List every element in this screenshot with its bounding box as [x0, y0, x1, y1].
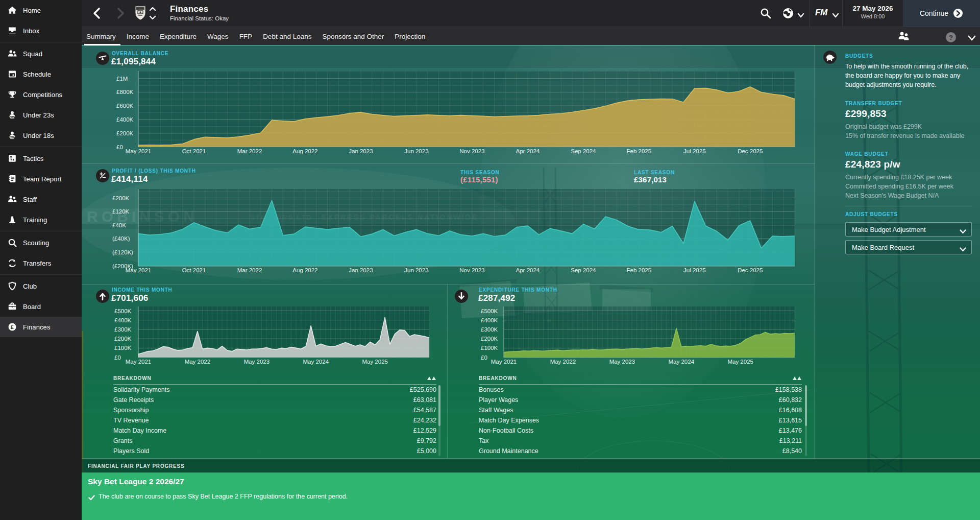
sidebar-item-finances[interactable]: £Finances: [0, 317, 82, 337]
x-tick-label: Oct 2021: [182, 148, 206, 154]
scouting-icon: [7, 238, 17, 248]
x-tick-label: Jan 2023: [349, 148, 373, 154]
x-tick-label: Aug 2022: [292, 148, 317, 154]
board-request-dropdown[interactable]: Make Board Request: [845, 240, 972, 254]
finances-icon: £: [7, 322, 17, 332]
sidebar-item-transfers[interactable]: Transfers: [0, 253, 82, 273]
sidebar-item-label: Home: [23, 7, 41, 14]
this-season-label: THIS SEASON: [460, 170, 500, 175]
search-icon[interactable]: [760, 7, 772, 21]
income-row[interactable]: Solidarity Payments£525,690: [113, 385, 436, 395]
transfer-budget-label: TRANSFER BUDGET: [845, 101, 972, 106]
tab-ffp[interactable]: FFP: [237, 27, 261, 45]
income-scrollbar[interactable]: [438, 385, 440, 456]
sidebar-item-under-23s[interactable]: U23Under 23s: [0, 105, 82, 125]
sidebar-item-competitions[interactable]: Competitions: [0, 84, 82, 105]
sidebar-item-label: Team Report: [23, 175, 62, 183]
expenditure-sort-icon[interactable]: [793, 376, 802, 380]
y-tick-label: £100K: [481, 345, 498, 351]
sidebar-item-scouting[interactable]: Scouting: [0, 232, 82, 253]
x-tick-label: Jan 2023: [349, 267, 373, 273]
income-row[interactable]: TV Revenue£24,232: [113, 415, 436, 426]
breakdown-item: Solidarity Payments: [113, 386, 169, 393]
y-tick-label: £600K: [116, 103, 134, 109]
y-tick-label: £400K: [116, 116, 134, 123]
sidebar-item-tactics[interactable]: Tactics: [0, 148, 82, 169]
squad-icon: [7, 49, 17, 59]
club-crest[interactable]: [134, 5, 146, 23]
y-tick-label: £400K: [481, 317, 498, 323]
sidebar-item-board[interactable]: Board: [0, 296, 82, 317]
tab-summary[interactable]: Summary: [84, 27, 125, 45]
sidebar-item-training[interactable]: Training: [0, 209, 82, 230]
income-row[interactable]: Players Sold£5,000: [113, 446, 436, 456]
sidebar-item-squad[interactable]: Squad: [0, 43, 82, 64]
income-row[interactable]: Grants£9,792: [113, 436, 436, 446]
sidebar-item-schedule[interactable]: Schedule: [0, 64, 82, 84]
income-chart: £500K£400K£300K£200K£100K£0May 2021May 2…: [114, 306, 429, 365]
breakdown-item: Sponsorship: [113, 407, 149, 414]
divider: [82, 163, 815, 164]
income-row[interactable]: Sponsorship£54,587: [113, 405, 436, 415]
expenditure-breakdown-title: BREAKDOWN: [479, 375, 517, 381]
tab-debt-and-loans[interactable]: Debt and Loans: [261, 27, 320, 45]
back-button[interactable]: [92, 7, 101, 21]
income-breakdown: BREAKDOWN Solidarity Payments£525,690Gat…: [113, 374, 436, 456]
sidebar-item-label: Competitions: [23, 91, 62, 99]
fm-logo[interactable]: FM: [815, 8, 827, 18]
x-tick-label: May 2021: [126, 148, 152, 154]
forward-button[interactable]: [116, 7, 126, 21]
page-title: Finances: [170, 4, 208, 14]
tactics-icon: [7, 153, 17, 163]
breakdown-amount: £13,615: [779, 417, 802, 424]
tab-income[interactable]: Income: [125, 27, 158, 45]
tabbar-chevron-down-icon[interactable]: [968, 34, 976, 43]
sidebar-item-under-18s[interactable]: U18Under 18s: [0, 125, 82, 146]
expenditure-breakdown: BREAKDOWN Bonuses£158,538Player Wages£60…: [479, 374, 802, 456]
help-icon[interactable]: ?: [945, 32, 957, 45]
svg-text:£: £: [11, 324, 14, 330]
sidebar-item-label: Tactics: [23, 155, 43, 162]
expenditure-label: EXPENDITURE THIS MONTH: [479, 287, 557, 293]
expenditure-scrollbar[interactable]: [805, 385, 807, 456]
tab-projection[interactable]: Projection: [393, 27, 434, 45]
fm-chevron-down-icon[interactable]: [832, 11, 839, 20]
expenditure-row[interactable]: Tax£13,211: [479, 436, 802, 446]
tab-wages[interactable]: Wages: [205, 27, 237, 45]
x-tick-label: May 2024: [303, 359, 329, 365]
expenditure-row[interactable]: Player Wages£60,832: [479, 395, 802, 405]
under18-icon: U18: [7, 130, 17, 140]
sidebar-item-team-report[interactable]: Team Report: [0, 169, 82, 189]
income-row[interactable]: Match Day Income£12,529: [113, 426, 436, 436]
expenditure-row[interactable]: Non-Football Costs£13,476: [479, 426, 802, 436]
breakdown-item: TV Revenue: [113, 417, 149, 424]
budget-adjustment-dropdown[interactable]: Make Budget Adjustment: [845, 222, 972, 237]
tab-expenditure[interactable]: Expenditure: [158, 27, 205, 45]
sidebar-item-home[interactable]: Home: [0, 0, 82, 20]
sidebar-item-label: Transfers: [23, 259, 51, 267]
balance-icon: [96, 52, 109, 65]
svg-text:?: ?: [949, 34, 953, 41]
income-sort-icon[interactable]: [427, 376, 436, 380]
expenditure-row[interactable]: Staff Wages£16,608: [479, 405, 802, 415]
schedule-icon: [7, 69, 17, 79]
crest-cycle-chevrons[interactable]: [149, 6, 156, 23]
x-tick-label: Apr 2024: [516, 267, 540, 273]
sidebar-item-inbox[interactable]: Inbox: [0, 20, 82, 41]
expenditure-row[interactable]: Match Day Expenses£13,615: [479, 415, 802, 426]
continue-button[interactable]: Continue: [903, 0, 980, 27]
tab-sponsors-and-other[interactable]: Sponsors and Other: [320, 27, 393, 45]
expenditure-row[interactable]: Bonuses£158,538: [479, 385, 802, 395]
sidebar-item-staff[interactable]: Staff: [0, 189, 82, 209]
income-row[interactable]: Gate Receipts£63,081: [113, 395, 436, 405]
sidebar-item-club[interactable]: Club: [0, 276, 82, 296]
breakdown-amount: £12,529: [413, 427, 436, 434]
expenditure-row[interactable]: Ground Maintenance£8,540: [479, 446, 802, 456]
squad-view-icon[interactable]: [897, 30, 910, 44]
balance-value: £1,095,844: [111, 57, 156, 67]
globe-icon[interactable]: [782, 7, 794, 21]
x-tick-label: Oct 2021: [182, 267, 206, 273]
globe-chevron-down-icon[interactable]: [797, 11, 804, 20]
budgets-panel: BUDGETS To help with the smooth running …: [814, 45, 980, 458]
ffp-status: The club are on course to pass Sky Bet L…: [99, 493, 348, 500]
